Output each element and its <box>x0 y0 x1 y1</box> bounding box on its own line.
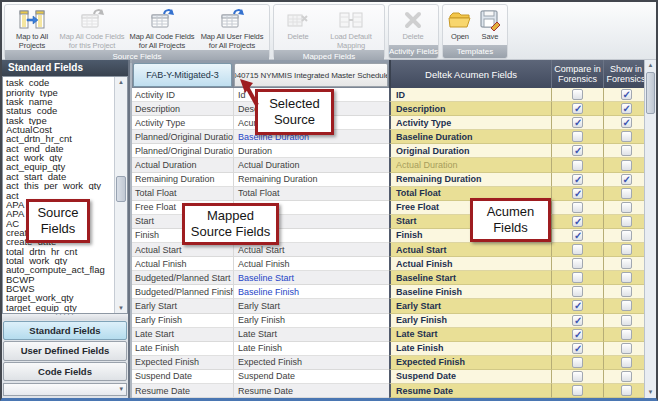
mapped-field-cell-nymmis[interactable]: Actual Start <box>234 243 389 257</box>
mapped-field-cell-fab[interactable]: Activity ID <box>132 88 234 102</box>
mapped-field-cell-fab[interactable]: Early Finish <box>132 314 234 328</box>
scroll-down-arrow-icon[interactable]: ▼ <box>645 387 656 398</box>
show-in-forensics-checkbox[interactable] <box>621 272 632 283</box>
show-in-forensics-checkbox[interactable] <box>621 244 632 255</box>
compare-in-forensics-checkbox[interactable] <box>572 202 583 213</box>
scroll-down-arrow-icon[interactable]: ▼ <box>115 303 127 313</box>
show-in-forensics-checkbox[interactable] <box>621 188 632 199</box>
mapped-field-cell-nymmis[interactable]: Resume Date <box>234 384 389 398</box>
show-in-forensics-checkbox[interactable] <box>621 202 632 213</box>
show-in-forensics-checkbox[interactable] <box>621 216 632 227</box>
scrollbar-thumb[interactable] <box>116 176 126 202</box>
mapped-field-cell-nymmis[interactable]: Late Start <box>234 328 389 342</box>
mapped-field-cell-fab[interactable]: Early Start <box>132 299 234 313</box>
mapped-field-cell-nymmis[interactable]: Early Start <box>234 299 389 313</box>
standard-field-item[interactable]: act_start_date <box>6 172 113 181</box>
mapped-field-cell-nymmis[interactable]: Late Finish <box>234 342 389 356</box>
mapped-field-cell-nymmis[interactable]: Early Finish <box>234 314 389 328</box>
sidebar-splitter[interactable]: ····· <box>2 314 128 320</box>
standard-field-item[interactable]: auto_compute_act_flag <box>6 265 113 274</box>
show-in-forensics-checkbox[interactable] <box>621 89 632 100</box>
mapped-field-cell-fab[interactable]: Suspend Date <box>132 370 234 384</box>
mapped-field-cell-nymmis[interactable]: Actual Finish <box>234 257 389 271</box>
standard-field-item[interactable]: act_this_per_work_qty <box>6 181 113 190</box>
scroll-up-arrow-icon[interactable]: ▲ <box>115 77 127 87</box>
open-template-button[interactable]: Open <box>445 6 475 45</box>
compare-in-forensics-checkbox[interactable] <box>572 371 583 382</box>
standard-field-item[interactable]: status_code <box>6 106 113 115</box>
source-tab-fab-y-mitigated-3[interactable]: FAB-Y-Mitigated-3 <box>133 63 232 87</box>
standard-field-item[interactable]: target_work_qty <box>6 293 113 302</box>
scrollbar-thumb[interactable] <box>646 72 655 114</box>
mapped-field-cell-nymmis[interactable]: Suspend Date <box>234 370 389 384</box>
compare-in-forensics-checkbox[interactable] <box>572 174 583 185</box>
sidebar-tab-standard-fields[interactable]: Standard Fields <box>3 321 127 340</box>
standard-field-item[interactable]: task_code <box>6 78 113 87</box>
mapped-field-cell-nymmis[interactable]: Actual Duration <box>234 158 389 172</box>
mapped-field-cell-fab[interactable]: Expected Finish <box>132 356 234 370</box>
mapped-field-cell-fab[interactable]: Activity Type <box>132 116 234 130</box>
compare-in-forensics-checkbox[interactable] <box>572 188 583 199</box>
grid-scrollbar[interactable]: ▲ ▼ <box>644 60 656 398</box>
show-in-forensics-checkbox[interactable] <box>621 371 632 382</box>
compare-in-forensics-checkbox[interactable] <box>572 329 583 340</box>
mapped-field-cell-nymmis[interactable]: Total Float <box>234 187 389 201</box>
standard-field-item[interactable]: act_drtn_hr_cnt <box>6 134 113 143</box>
scroll-up-arrow-icon[interactable]: ▲ <box>645 60 656 71</box>
show-in-forensics-checkbox[interactable] <box>621 258 632 269</box>
show-in-forensics-checkbox[interactable] <box>621 117 632 128</box>
show-in-forensics-checkbox[interactable] <box>621 286 632 297</box>
sidebar-scrollbar[interactable]: ▲ ▼ <box>114 77 127 313</box>
compare-in-forensics-checkbox[interactable] <box>572 258 583 269</box>
mapped-field-cell-nymmis[interactable]: Baseline Start <box>234 271 389 285</box>
compare-in-forensics-checkbox[interactable] <box>572 145 583 156</box>
show-in-forensics-checkbox[interactable] <box>621 385 632 396</box>
mapped-field-cell-fab[interactable]: Late Start <box>132 328 234 342</box>
map-to-all-projects-button[interactable]: Map to All Projects <box>7 6 57 50</box>
mapped-field-cell-nymmis[interactable]: Remaining Duration <box>234 173 389 187</box>
standard-field-item[interactable]: BCWS <box>6 284 113 293</box>
standard-field-item[interactable]: act_end_date <box>6 144 113 153</box>
compare-in-forensics-checkbox[interactable] <box>572 230 583 241</box>
mapped-field-cell-fab[interactable]: Resume Date <box>132 384 234 398</box>
mapped-field-cell-fab[interactable]: Planned/Original Duration <box>132 130 234 144</box>
show-in-forensics-checkbox[interactable] <box>621 343 632 354</box>
show-in-forensics-checkbox[interactable] <box>621 315 632 326</box>
mapped-field-cell-fab[interactable]: Actual Finish <box>132 257 234 271</box>
standard-field-item[interactable]: BCWP <box>6 275 113 284</box>
standard-field-item[interactable]: act_equip_qty <box>6 162 113 171</box>
show-in-forensics-checkbox[interactable] <box>621 103 632 114</box>
compare-in-forensics-checkbox[interactable] <box>572 343 583 354</box>
compare-in-forensics-checkbox[interactable] <box>572 272 583 283</box>
compare-in-forensics-checkbox[interactable] <box>572 89 583 100</box>
compare-in-forensics-checkbox[interactable] <box>572 315 583 326</box>
compare-in-forensics-checkbox[interactable] <box>572 300 583 311</box>
map-all-user-fields-all-projects-button[interactable]: Map All User Fields for All Projects <box>197 6 267 50</box>
mapped-field-cell-nymmis[interactable]: Duration <box>234 144 389 158</box>
standard-field-item[interactable]: task_type <box>6 115 113 124</box>
show-in-forensics-checkbox[interactable] <box>621 357 632 368</box>
map-all-code-fields-all-projects-button[interactable]: Map All Code Fields for All Projects <box>127 6 197 50</box>
mapped-field-cell-nymmis[interactable]: Expected Finish <box>234 356 389 370</box>
compare-in-forensics-checkbox[interactable] <box>572 286 583 297</box>
mapped-field-cell-fab[interactable]: Actual Duration <box>132 158 234 172</box>
sidebar-collapsed-category-bar[interactable]: ▾ <box>3 383 127 396</box>
mapped-field-cell-fab[interactable]: Actual Start <box>132 243 234 257</box>
show-in-forensics-checkbox[interactable] <box>621 300 632 311</box>
compare-in-forensics-checkbox[interactable] <box>572 357 583 368</box>
standard-field-item[interactable]: act_work_qty <box>6 153 113 162</box>
compare-in-forensics-checkbox[interactable] <box>572 385 583 396</box>
compare-in-forensics-checkbox[interactable] <box>572 117 583 128</box>
standard-field-item[interactable]: total_drtn_hr_cnt <box>6 246 113 255</box>
compare-in-forensics-checkbox[interactable] <box>572 103 583 114</box>
mapped-field-cell-fab[interactable]: Description <box>132 102 234 116</box>
mapped-field-cell-fab[interactable]: Total Float <box>132 187 234 201</box>
show-in-forensics-checkbox[interactable] <box>621 160 632 171</box>
standard-field-item[interactable]: task_name <box>6 97 113 106</box>
compare-in-forensics-checkbox[interactable] <box>572 160 583 171</box>
compare-in-forensics-checkbox[interactable] <box>572 216 583 227</box>
mapped-field-cell-nymmis[interactable]: Baseline Finish <box>234 285 389 299</box>
compare-in-forensics-checkbox[interactable] <box>572 244 583 255</box>
mapped-field-cell-fab[interactable]: Late Finish <box>132 342 234 356</box>
compare-in-forensics-checkbox[interactable] <box>572 131 583 142</box>
